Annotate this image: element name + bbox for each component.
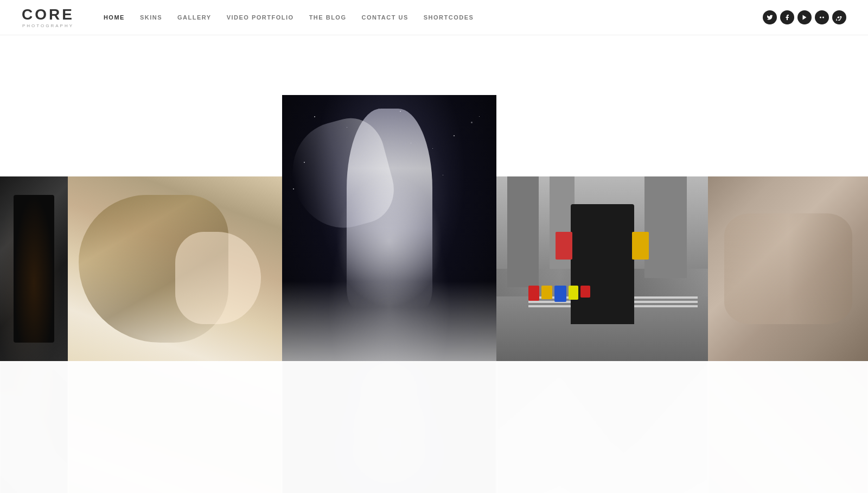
youtube-icon[interactable]: [797, 10, 812, 24]
nav-the-blog[interactable]: THE BLOG: [302, 0, 354, 35]
social-icons: [763, 10, 846, 24]
gallery-bottom-panel-5: [708, 361, 868, 493]
nav-video-portfolio[interactable]: VIDEO PORTFOLIO: [219, 0, 302, 35]
gallery-panel-5[interactable]: [708, 176, 868, 361]
gallery-panel-center[interactable]: [282, 95, 496, 361]
twitter-icon[interactable]: [763, 10, 777, 24]
gallery-top-row: [0, 35, 868, 361]
gallery-bottom-panel-4: [496, 361, 708, 493]
main-nav: HOME SKINS GALLERY VIDEO PORTFOLIO THE B…: [96, 0, 482, 35]
nav-shortcodes[interactable]: SHORTCODES: [416, 0, 482, 35]
gallery-bottom-panel-1: [0, 361, 68, 493]
site-header: CORE PHOTOGRAPHY HOME SKINS GALLERY VIDE…: [0, 0, 868, 35]
flickr-icon[interactable]: [815, 10, 829, 24]
header-left: CORE PHOTOGRAPHY HOME SKINS GALLERY VIDE…: [22, 0, 481, 35]
gallery-bottom-panel-center: [282, 361, 496, 493]
svg-marker-0: [803, 15, 807, 20]
logo-subtitle: PHOTOGRAPHY: [22, 23, 74, 28]
gallery-bottom-panel-2: [68, 361, 282, 493]
svg-point-1: [820, 17, 821, 18]
vimeo-icon[interactable]: [832, 10, 846, 24]
nav-home[interactable]: HOME: [96, 0, 132, 35]
logo-title: CORE: [22, 7, 74, 22]
facebook-icon[interactable]: [780, 10, 794, 24]
gallery-wrapper: [0, 35, 868, 493]
nav-skins[interactable]: SKINS: [132, 0, 170, 35]
site-logo[interactable]: CORE PHOTOGRAPHY: [22, 7, 74, 28]
svg-point-2: [822, 17, 824, 18]
nav-gallery[interactable]: GALLERY: [170, 0, 219, 35]
gallery-panel-4[interactable]: [496, 176, 708, 361]
nav-contact-us[interactable]: CONTACT US: [354, 0, 416, 35]
gallery-bottom-row: [0, 361, 868, 493]
gallery-panel-1[interactable]: [0, 176, 68, 361]
gallery-panel-2[interactable]: [68, 176, 282, 361]
